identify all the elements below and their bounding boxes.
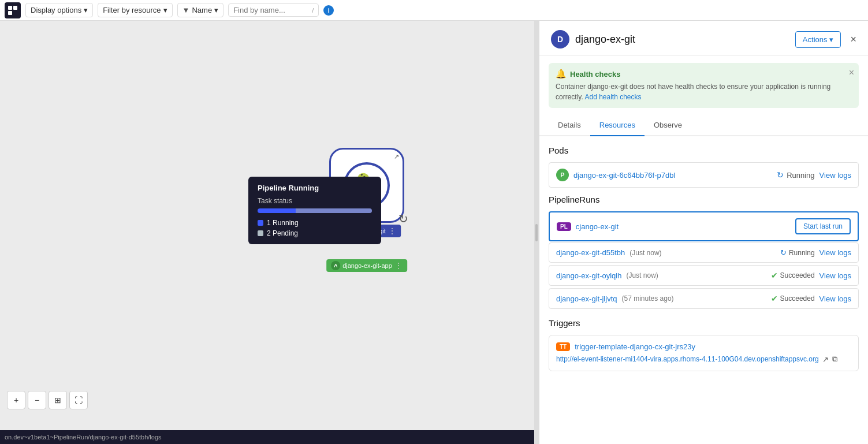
progress-running <box>258 208 296 213</box>
app-node-avatar: A <box>331 261 340 270</box>
search-shortcut: / <box>312 7 314 14</box>
divider-handle <box>535 224 538 241</box>
trigger-actions: http://el-event-listener-mi1404-vira.app… <box>556 355 851 364</box>
progress-pending <box>296 208 372 213</box>
legend: 1 Running 2 Pending <box>258 219 372 237</box>
pipeline-run-header: PL cjango-ex-git Start last run <box>549 211 859 241</box>
zoom-fit-button[interactable]: ⊞ <box>49 391 67 409</box>
zoom-fullscreen-button[interactable]: ⛶ <box>69 391 88 409</box>
right-panel: D django-ex-git Actions ▾ × 🔔 Health che… <box>539 21 868 444</box>
refresh-right-icon: ↻ <box>398 212 408 226</box>
add-health-checks-link[interactable]: Add health checks <box>584 93 641 101</box>
trigger-box: TT trigger-template-django-cx-git-jrs23y… <box>549 335 859 371</box>
pod-status: ↻ Running <box>777 170 814 180</box>
zoom-controls: + − ⊞ ⛶ <box>7 391 88 409</box>
start-last-run-button[interactable]: Start last run <box>795 218 851 234</box>
run-name-0[interactable]: django-ex-git-d55tbh <box>556 248 625 257</box>
svg-rect-1 <box>13 6 17 10</box>
trigger-name[interactable]: trigger-template-django-cx-git-jrs23y <box>575 342 695 351</box>
run-name-1[interactable]: django-ex-git-oylqlh <box>556 271 621 280</box>
top-bar: Display options ▾ Filter by resource ▾ ▼… <box>0 0 868 21</box>
health-banner-message: Container django-ex-git does not have he… <box>556 81 852 102</box>
node-menu-btn[interactable]: ⋮ <box>388 226 396 236</box>
filter-name-button[interactable]: ▼ Name ▾ <box>177 3 224 17</box>
display-options-button[interactable]: Display options ▾ <box>25 3 93 17</box>
health-banner-title: Health checks <box>570 70 620 79</box>
panel-title-area: D django-ex-git <box>551 30 635 48</box>
tab-details[interactable]: Details <box>549 115 590 136</box>
tab-observe[interactable]: Observe <box>645 115 691 136</box>
pod-icon: P <box>556 169 569 181</box>
panel-header: D django-ex-git Actions ▾ × <box>539 21 868 56</box>
legend-dot-running <box>258 220 263 226</box>
display-options-label: Display options <box>31 6 81 14</box>
pod-view-logs-link[interactable]: View logs <box>819 171 851 180</box>
run-status-0: ↻ Running <box>780 248 815 257</box>
pl-badge: PL <box>557 222 571 231</box>
pod-name[interactable]: django-ex-git-6c64bb76f-p7dbl <box>573 171 772 180</box>
main-layout: Pipeline Running Task status 1 Running 2… <box>0 21 868 444</box>
trigger-url[interactable]: http://el-event-listener-mi1404-vira.app… <box>556 355 819 363</box>
run-name-2[interactable]: django-ex-git-jljvtq <box>556 294 617 303</box>
search-input[interactable] <box>233 6 308 14</box>
copy-icon[interactable]: ⧉ <box>832 355 837 364</box>
tt-badge: TT <box>556 342 570 351</box>
external-link-icon[interactable]: ↗ <box>822 355 829 364</box>
tab-resources[interactable]: Resources <box>590 115 645 136</box>
status-bar: on.dev~v1beta1~PipelineRun/django-ex-git… <box>0 430 534 444</box>
actions-button[interactable]: Actions ▾ <box>795 31 841 48</box>
run-status-label-0: Running <box>789 249 815 257</box>
close-button[interactable]: × <box>850 33 856 46</box>
progress-bar <box>258 208 372 213</box>
zoom-out-button[interactable]: − <box>28 391 46 409</box>
panel-title: django-ex-git <box>575 33 635 46</box>
run-item-0: django-ex-git-d55tbh (Just now) ↻ Runnin… <box>549 242 859 263</box>
run-time-0: (Just now) <box>629 249 776 257</box>
chevron-down-icon: ▾ <box>84 6 88 14</box>
run-status-label-1: Succeeded <box>780 271 815 279</box>
run-item-2: django-ex-git-jljvtq (57 minutes ago) ✔ … <box>549 288 859 309</box>
run-time-1: (Just now) <box>626 271 766 279</box>
health-banner: 🔔 Health checks Container django-ex-git … <box>549 63 859 108</box>
legend-pending: 2 Pending <box>258 229 372 237</box>
legend-running: 1 Running <box>258 219 372 227</box>
panel-divider[interactable] <box>534 21 539 444</box>
actions-chevron-icon: ▾ <box>829 35 833 44</box>
avatar: D <box>551 30 569 48</box>
run-item-1: django-ex-git-oylqlh (Just now) ✔ Succee… <box>549 265 859 286</box>
pod-status-label: Running <box>787 171 814 180</box>
zoom-in-button[interactable]: + <box>7 391 25 409</box>
trigger-header: TT trigger-template-django-cx-git-jrs23y <box>556 342 851 351</box>
app-node-menu[interactable]: ⋮ <box>394 261 403 270</box>
tooltip-title: Pipeline Running <box>258 184 372 192</box>
chevron-down-icon: ▾ <box>163 6 167 14</box>
legend-dot-pending <box>258 230 263 236</box>
external-link-icon[interactable]: ↗ <box>394 153 399 161</box>
run-status-label-2: Succeeded <box>780 294 815 303</box>
running-spin-icon: ↻ <box>780 248 787 257</box>
success-icon-1: ✔ <box>771 271 778 280</box>
pipeline-runs-section: PipelineRuns PL cjango-ex-git Start last… <box>549 195 859 309</box>
app-node[interactable]: A django-ex-git-app ⋮ <box>326 259 407 272</box>
run-view-logs-0[interactable]: View logs <box>819 248 851 257</box>
legend-pending-label: 2 Pending <box>267 229 298 237</box>
info-icon[interactable]: i <box>323 5 334 16</box>
svg-rect-2 <box>8 11 12 15</box>
legend-running-label: 1 Running <box>267 219 299 227</box>
success-icon-2: ✔ <box>771 294 778 303</box>
filter-resource-label: Filter by resource <box>103 6 161 14</box>
triggers-title: Triggers <box>549 318 859 328</box>
run-view-logs-1[interactable]: View logs <box>819 271 851 280</box>
run-status-1: ✔ Succeeded <box>771 271 815 280</box>
bell-icon: 🔔 <box>556 69 567 79</box>
svg-rect-0 <box>8 6 12 10</box>
canvas-area[interactable]: Pipeline Running Task status 1 Running 2… <box>0 21 534 444</box>
filter-name-label: Name <box>192 6 212 14</box>
run-time-2: (57 minutes ago) <box>622 294 766 303</box>
health-banner-close-button[interactable]: × <box>849 68 854 78</box>
pipeline-tooltip: Pipeline Running Task status 1 Running 2… <box>248 177 381 244</box>
filter-resource-button[interactable]: Filter by resource ▾ <box>98 3 172 17</box>
run-view-logs-2[interactable]: View logs <box>819 294 851 303</box>
health-banner-header: 🔔 Health checks <box>556 69 852 79</box>
pipeline-run-name[interactable]: cjango-ex-git <box>576 222 791 231</box>
